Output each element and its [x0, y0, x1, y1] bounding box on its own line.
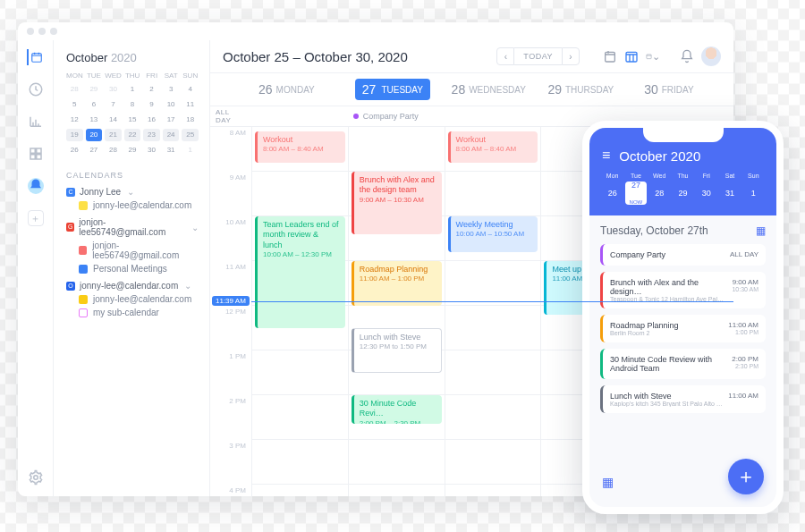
sidebar: October 2020 MONTUEWEDTHUFRISATSUN 28293… [54, 40, 210, 496]
allday-label: ALL DAY [210, 106, 251, 126]
notifications-icon[interactable] [28, 178, 44, 194]
view-switch-icon[interactable]: ⌄ [646, 49, 660, 63]
toolbar: October 25 – October 30, 2020 ‹ TODAY › … [210, 40, 733, 72]
calendar-item[interactable]: jonny-lee@calendar.com [79, 294, 199, 304]
allday-company-party[interactable]: Company Party [348, 106, 445, 126]
day-header[interactable]: 28WEDNESDAY [445, 73, 541, 106]
today-button[interactable]: TODAY [514, 47, 562, 65]
calendar-item[interactable]: Personal Meetings [79, 264, 199, 274]
phone-weekday-row: MonTueWedThuFriSatSun [602, 173, 764, 179]
view-week-icon[interactable] [624, 49, 639, 63]
svg-rect-4 [30, 155, 35, 159]
calendar-accounts-list: CJonny Leejonny-lee@calendar.comGjonjon-… [66, 180, 199, 317]
today-jump-icon[interactable] [603, 49, 617, 63]
svg-rect-8 [626, 52, 637, 62]
next-button[interactable]: › [562, 47, 580, 65]
phone-date-row[interactable]: 2627NOW282930311 [602, 182, 764, 205]
account-header[interactable]: Ojonny-lee@calendar.com [66, 281, 199, 291]
phone-agenda-list: Company PartyALL DAYBrunch with Alex and… [600, 244, 766, 413]
calendar-event[interactable]: Team Leaders end of month review & lunch… [255, 216, 345, 328]
phone-agenda-item[interactable]: Lunch with SteveKaplop's kitch 345 Bryan… [600, 385, 766, 413]
svg-rect-2 [30, 148, 35, 153]
traffic-light-min[interactable] [38, 28, 46, 35]
svg-rect-0 [31, 54, 41, 62]
calendar-event[interactable]: Brunch with Alex and the design team9:00… [352, 172, 442, 234]
phone-view-icon[interactable]: ▦ [756, 224, 766, 237]
traffic-light-close[interactable] [27, 28, 34, 35]
phone-agenda-item[interactable]: Brunch with Alex and the design…Teaspoon… [600, 272, 766, 308]
svg-rect-9 [647, 55, 651, 59]
day-header[interactable]: 26MONDAY [251, 73, 348, 106]
phone-mock: ≡ October 2020 MonTueWedThuFriSatSun 262… [582, 121, 784, 514]
chart-icon[interactable] [28, 114, 44, 130]
hour-gutter: 8 AM9 AM10 AM11 AM12 PM1 PM2 PM3 PM4 PM [210, 127, 251, 496]
svg-rect-3 [36, 148, 40, 153]
calendar-item[interactable]: jonjon-lee56749@gmail.com [79, 241, 199, 260]
phone-date[interactable]: 26 [602, 182, 623, 205]
hamburger-icon[interactable]: ≡ [602, 148, 610, 164]
account-header[interactable]: CJonny Lee [66, 187, 199, 197]
sidebar-month-title: October 2020 [66, 51, 199, 64]
phone-month-title: October 2020 [619, 148, 700, 164]
svg-rect-7 [606, 52, 615, 62]
phone-date[interactable]: 28 [649, 182, 670, 205]
calendar-event[interactable]: Workout8:00 AM – 8:40 AM [448, 131, 538, 163]
settings-icon[interactable] [28, 469, 44, 486]
now-indicator-line [251, 301, 733, 302]
window-titlebar [18, 22, 733, 40]
user-avatar[interactable] [701, 46, 721, 66]
phone-calendar-icon[interactable]: ▦ [602, 475, 614, 489]
calendar-icon[interactable] [27, 49, 43, 65]
calendar-event[interactable]: Lunch with Steve12:30 PM to 1:50 PM [352, 328, 442, 373]
phone-agenda-item[interactable]: Company PartyALL DAY [600, 244, 766, 266]
phone-agenda-item[interactable]: Roadmap PlanningBerlin Room 211:00 AM1:0… [600, 315, 766, 342]
calendar-item[interactable]: my sub-calendar [79, 308, 199, 317]
sidebar-year: 2020 [111, 51, 137, 64]
day-headers: 26MONDAY27TUESDAY28WEDNESDAY29THURSDAY30… [210, 72, 733, 106]
traffic-light-max[interactable] [50, 28, 57, 35]
phone-date-label: Tuesday, October 27th ▦ [600, 224, 766, 237]
calendar-event[interactable]: Roadmap Planning11:00 AM – 1:00 PM [352, 261, 442, 306]
account-header[interactable]: Gjonjon-lee56749@gmail.com [66, 217, 199, 237]
date-nav: ‹ TODAY › [496, 47, 580, 65]
day-header[interactable]: 27TUESDAY [348, 73, 445, 106]
phone-agenda: Tuesday, October 27th ▦ Company PartyALL… [589, 215, 776, 507]
phone-date[interactable]: 1 [743, 182, 764, 205]
now-indicator-label: 11:39 AM [212, 296, 250, 306]
svg-point-6 [33, 476, 38, 480]
phone-date[interactable]: 27NOW [625, 182, 646, 205]
calendar-event[interactable]: 30 Minute Code Revi…2:00 PM – 2:30 PM [352, 395, 442, 424]
date-range: October 25 – October 30, 2020 [223, 49, 408, 64]
calendars-heading: CALENDARS [66, 171, 199, 180]
mini-calendar-grid[interactable]: 2829301234567891011121314151617181920212… [66, 83, 199, 156]
day-header[interactable]: 29THURSDAY [540, 73, 637, 106]
clock-icon[interactable] [28, 81, 44, 97]
phone-add-button[interactable]: ＋ [728, 459, 764, 494]
grid-icon[interactable] [28, 146, 44, 162]
prev-button[interactable]: ‹ [496, 47, 514, 65]
mini-weekday-row: MONTUEWEDTHUFRISATSUN [66, 72, 199, 80]
phone-date[interactable]: 31 [719, 182, 740, 205]
add-icon[interactable]: ＋ [28, 210, 44, 226]
calendar-event[interactable]: Workout8:00 AM – 8:40 AM [255, 131, 345, 163]
phone-date[interactable]: 30 [696, 182, 716, 205]
phone-notch [643, 128, 724, 142]
nav-rail: ＋ [18, 40, 54, 496]
bell-icon[interactable] [680, 49, 694, 63]
calendar-event[interactable]: Weekly Meeting10:00 AM – 10:50 AM [448, 216, 538, 252]
phone-date[interactable]: 29 [673, 182, 693, 205]
dot-icon [353, 114, 359, 119]
sidebar-month: October [66, 51, 107, 64]
svg-rect-5 [36, 155, 40, 159]
phone-agenda-item[interactable]: 30 Minute Code Review with Android Team2… [600, 349, 766, 379]
day-header[interactable]: 30FRIDAY [637, 73, 733, 106]
calendar-item[interactable]: jonny-lee@calendar.com [79, 200, 199, 210]
